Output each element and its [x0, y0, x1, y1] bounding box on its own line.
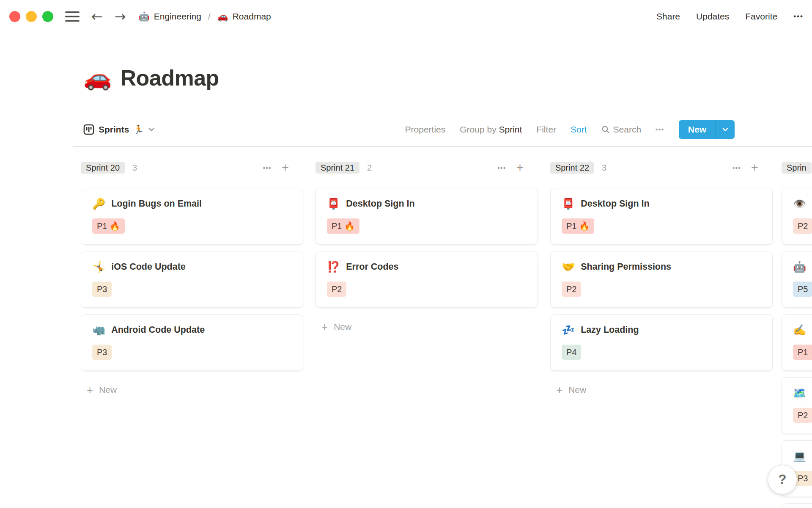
kanban-board: Sprint 20 3 ••• + 🔑 Login Bugs on Email … — [81, 161, 812, 508]
tab-sprints-view[interactable]: Sprints 🏃 — [83, 124, 155, 135]
view-name: Sprints — [99, 124, 129, 135]
card-login-bugs-on-email[interactable]: 🔑 Login Bugs on Email P1 🔥 — [81, 188, 303, 245]
add-card-button[interactable]: + New — [81, 384, 303, 395]
chevron-down-icon[interactable] — [148, 126, 155, 133]
postbox-icon: 📮 — [562, 198, 575, 210]
page-title: 🚗 Roadmap — [83, 64, 219, 91]
column-name-pill[interactable]: Sprin — [782, 162, 812, 174]
board-column-sprint-21: Sprint 21 2 ••• + 📮 Desktop Sign In P1 🔥… — [315, 161, 538, 332]
robot-icon: 🤖 — [139, 11, 150, 22]
card-partial-1[interactable]: 👁️ M P2 — [782, 188, 812, 245]
add-card-button[interactable]: + New — [315, 321, 538, 332]
sort-button[interactable]: Sort — [571, 124, 587, 135]
board-column-sprint-20: Sprint 20 3 ••• + 🔑 Login Bugs on Email … — [81, 161, 303, 395]
group-by-value: Sprint — [499, 124, 522, 134]
column-header: Sprin — [782, 161, 812, 174]
column-more-icon[interactable]: ••• — [263, 164, 272, 171]
breadcrumb: 🤖 Engineering / 🚗 Roadmap — [139, 11, 271, 22]
breadcrumb-label: Roadmap — [233, 11, 271, 22]
priority-badge: P2 — [793, 218, 812, 234]
card-lazy-loading[interactable]: 💤 Lazy Loading P4 — [550, 314, 773, 371]
plus-icon: + — [321, 321, 328, 332]
column-name-pill[interactable]: Sprint 20 — [81, 162, 125, 174]
card-title: Desktop Sign In — [346, 199, 414, 209]
priority-badge: P1 🔥 — [92, 218, 125, 234]
add-card-button[interactable]: + New — [550, 384, 773, 395]
toolbar-divider — [73, 146, 812, 147]
view-toolbar: Sprints 🏃 Properties Group by Sprint Fil… — [83, 120, 735, 139]
help-button[interactable]: ? — [768, 465, 797, 494]
card-ios-code-update[interactable]: 🤸 iOS Code Update P3 — [81, 251, 303, 308]
world-map-icon: 🗺️ — [793, 387, 806, 399]
card-partial-3[interactable]: ✍️ R P1 🔥 — [782, 314, 812, 371]
more-options-icon[interactable]: ••• — [793, 12, 804, 21]
view-more-options-icon[interactable]: ••• — [656, 126, 664, 133]
favorite-button[interactable]: Favorite — [745, 11, 777, 22]
share-button[interactable]: Share — [656, 11, 680, 22]
column-add-icon[interactable]: + — [282, 162, 289, 174]
card-desktop-sign-in[interactable]: 📮 Desktop Sign In P1 🔥 — [550, 188, 773, 245]
key-icon: 🔑 — [92, 198, 105, 210]
priority-badge: P5 — [793, 282, 812, 297]
search-button[interactable]: Search — [601, 124, 642, 135]
card-partial-6[interactable] — [782, 503, 812, 508]
minimize-window-button[interactable] — [26, 11, 37, 22]
card-title: Error Codes — [346, 262, 398, 272]
column-add-icon[interactable]: + — [751, 162, 758, 174]
filter-button[interactable]: Filter — [536, 124, 556, 135]
column-add-icon[interactable]: + — [516, 162, 524, 174]
card-title: iOS Code Update — [111, 262, 186, 272]
page-title-text: Roadmap — [120, 65, 219, 91]
cartwheel-icon: 🤸 — [92, 261, 105, 273]
card-title: Login Bugs on Email — [111, 199, 202, 209]
priority-badge: P3 — [92, 282, 112, 297]
column-more-icon[interactable]: ••• — [732, 164, 741, 171]
card-partial-4[interactable]: 🗺️ R P2 — [782, 377, 812, 434]
close-window-button[interactable] — [9, 11, 20, 22]
column-count: 3 — [132, 163, 137, 173]
plus-icon: + — [87, 384, 93, 395]
zoom-window-button[interactable] — [42, 11, 53, 22]
priority-badge: P1 🔥 — [793, 345, 812, 360]
new-button-dropdown[interactable] — [716, 120, 735, 139]
card-partial-2[interactable]: 🤖 I P5 — [782, 251, 812, 308]
column-header: Sprint 21 2 ••• + — [315, 161, 538, 174]
car-icon: 🚗 — [217, 11, 228, 22]
column-name-pill[interactable]: Sprint 21 — [315, 162, 359, 174]
new-button[interactable]: New — [679, 120, 735, 139]
postbox-icon: 📮 — [327, 198, 340, 210]
properties-button[interactable]: Properties — [405, 124, 446, 135]
breadcrumb-item-engineering[interactable]: 🤖 Engineering — [139, 11, 201, 22]
card-error-codes[interactable]: ⁉️ Error Codes P2 — [315, 251, 538, 308]
card-android-code-update[interactable]: 🦏 Android Code Update P3 — [81, 314, 303, 371]
priority-badge: P3 — [92, 345, 112, 360]
card-desktop-sign-in[interactable]: 📮 Desktop Sign In P1 🔥 — [315, 188, 538, 245]
updates-button[interactable]: Updates — [696, 11, 729, 22]
forward-arrow-icon[interactable]: → — [115, 10, 126, 23]
board-column-sprint-22: Sprint 22 3 ••• + 📮 Desktop Sign In P1 🔥… — [550, 161, 773, 395]
column-count: 2 — [367, 163, 372, 173]
writing-hand-icon: ✍️ — [793, 324, 806, 336]
column-count: 3 — [602, 163, 606, 173]
window-titlebar: ← → 🤖 Engineering / 🚗 Roadmap Share Upda… — [0, 0, 812, 33]
card-sharing-permissions[interactable]: 🤝 Sharing Permissions P2 — [550, 251, 773, 308]
column-more-icon[interactable]: ••• — [498, 164, 506, 171]
traffic-lights — [9, 11, 53, 22]
priority-badge: P2 — [327, 282, 346, 297]
column-name-pill[interactable]: Sprint 22 — [550, 162, 594, 174]
add-card-label: New — [99, 385, 117, 395]
column-header: Sprint 20 3 ••• + — [81, 161, 303, 174]
zzz-icon: 💤 — [562, 324, 575, 336]
handshake-icon: 🤝 — [562, 261, 575, 273]
search-icon — [601, 125, 610, 134]
priority-badge: P1 🔥 — [327, 218, 359, 234]
card-title: Lazy Loading — [581, 325, 639, 335]
back-arrow-icon[interactable]: ← — [91, 10, 103, 23]
plus-icon: + — [556, 384, 562, 395]
new-button-label[interactable]: New — [679, 120, 716, 139]
group-by-button[interactable]: Group by Sprint — [460, 124, 522, 135]
priority-badge: P4 — [562, 345, 581, 360]
breadcrumb-item-roadmap[interactable]: 🚗 Roadmap — [217, 11, 271, 22]
sidebar-toggle-icon[interactable] — [65, 11, 80, 22]
robot-icon: 🤖 — [793, 261, 806, 273]
